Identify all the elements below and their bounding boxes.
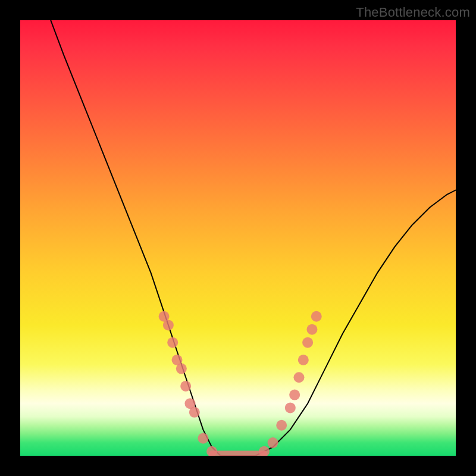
datapoint-dot	[306, 324, 317, 335]
chart-frame: TheBottleneck.com	[0, 0, 476, 476]
curve-svg	[20, 20, 456, 456]
left-datapoint-cluster	[159, 311, 218, 456]
datapoint-dot	[259, 446, 270, 456]
datapoint-dot	[198, 433, 208, 444]
datapoint-dot	[167, 337, 178, 348]
datapoint-dot	[163, 320, 174, 330]
right-datapoint-cluster	[259, 311, 322, 456]
datapoint-dot	[289, 390, 300, 400]
datapoint-dot	[293, 372, 304, 383]
datapoint-dot	[311, 311, 322, 322]
datapoint-dot	[302, 337, 313, 348]
datapoint-dot	[268, 437, 278, 448]
datapoint-dot	[285, 402, 296, 413]
watermark-text: TheBottleneck.com	[356, 5, 470, 20]
datapoint-dot	[206, 446, 217, 456]
plot-area	[20, 20, 456, 456]
datapoint-dot	[298, 355, 309, 365]
datapoint-dot	[180, 381, 191, 392]
datapoint-dot	[176, 364, 187, 374]
datapoint-dot	[189, 407, 200, 418]
bottleneck-curve	[51, 20, 456, 456]
datapoint-dot	[276, 420, 287, 431]
